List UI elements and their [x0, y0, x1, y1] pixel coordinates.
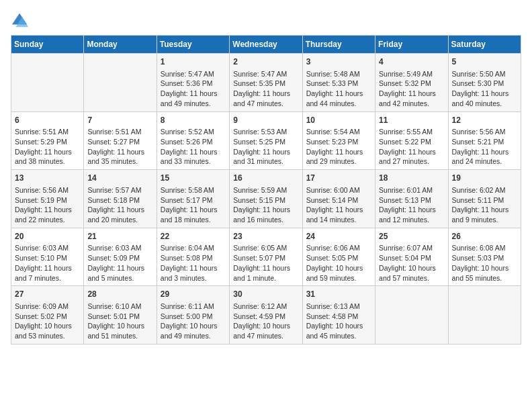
cell-content: Sunrise: 6:07 AM Sunset: 5:04 PM Dayligh… — [379, 243, 444, 283]
day-number: 4 — [379, 56, 444, 68]
calendar-cell: 3Sunrise: 5:48 AM Sunset: 5:33 PM Daylig… — [302, 54, 375, 112]
page-header — [11, 11, 521, 30]
day-header-wednesday: Wednesday — [230, 36, 302, 54]
calendar-cell: 26Sunrise: 6:08 AM Sunset: 5:03 PM Dayli… — [448, 228, 521, 286]
calendar-cell: 16Sunrise: 5:59 AM Sunset: 5:15 PM Dayli… — [230, 170, 302, 228]
day-header-monday: Monday — [84, 36, 157, 54]
week-row-1: 1Sunrise: 5:47 AM Sunset: 5:36 PM Daylig… — [11, 54, 521, 112]
calendar-cell: 9Sunrise: 5:53 AM Sunset: 5:25 PM Daylig… — [230, 111, 302, 170]
cell-content: Sunrise: 5:57 AM Sunset: 5:18 PM Dayligh… — [87, 185, 152, 225]
day-number: 6 — [15, 115, 80, 126]
cell-content: Sunrise: 5:56 AM Sunset: 5:21 PM Dayligh… — [452, 127, 517, 167]
cell-content: Sunrise: 5:54 AM Sunset: 5:23 PM Dayligh… — [306, 127, 371, 167]
cell-content: Sunrise: 5:59 AM Sunset: 5:15 PM Dayligh… — [233, 185, 298, 225]
day-number: 30 — [233, 289, 298, 300]
calendar-header-row: SundayMondayTuesdayWednesdayThursdayFrid… — [11, 36, 521, 54]
day-number: 10 — [306, 115, 371, 126]
day-number: 11 — [379, 115, 444, 126]
day-number: 19 — [452, 173, 517, 184]
calendar-table: SundayMondayTuesdayWednesdayThursdayFrid… — [11, 35, 521, 345]
cell-content: Sunrise: 5:56 AM Sunset: 5:19 PM Dayligh… — [15, 185, 80, 225]
day-number: 13 — [15, 173, 80, 184]
day-number: 24 — [306, 231, 371, 242]
day-header-tuesday: Tuesday — [157, 36, 229, 54]
calendar-cell: 14Sunrise: 5:57 AM Sunset: 5:18 PM Dayli… — [84, 170, 157, 228]
calendar-cell: 11Sunrise: 5:55 AM Sunset: 5:22 PM Dayli… — [375, 111, 448, 170]
day-number: 22 — [161, 231, 226, 242]
day-number: 26 — [452, 231, 517, 242]
week-row-3: 13Sunrise: 5:56 AM Sunset: 5:19 PM Dayli… — [11, 170, 521, 228]
day-number: 18 — [379, 173, 444, 184]
day-number: 21 — [87, 231, 152, 242]
cell-content: Sunrise: 6:05 AM Sunset: 5:07 PM Dayligh… — [233, 243, 298, 283]
day-number: 31 — [306, 289, 371, 300]
day-header-friday: Friday — [375, 36, 448, 54]
calendar-cell: 5Sunrise: 5:50 AM Sunset: 5:30 PM Daylig… — [448, 54, 521, 112]
day-number: 28 — [87, 289, 152, 300]
calendar-cell: 30Sunrise: 6:12 AM Sunset: 4:59 PM Dayli… — [230, 286, 302, 345]
calendar-cell: 12Sunrise: 5:56 AM Sunset: 5:21 PM Dayli… — [448, 111, 521, 170]
day-number: 15 — [161, 173, 226, 184]
day-header-sunday: Sunday — [11, 36, 84, 54]
calendar-cell: 2Sunrise: 5:47 AM Sunset: 5:35 PM Daylig… — [230, 54, 302, 112]
cell-content: Sunrise: 6:04 AM Sunset: 5:08 PM Dayligh… — [161, 243, 226, 283]
cell-content: Sunrise: 5:49 AM Sunset: 5:32 PM Dayligh… — [379, 69, 444, 109]
calendar-cell: 1Sunrise: 5:47 AM Sunset: 5:36 PM Daylig… — [157, 54, 229, 112]
calendar-cell: 28Sunrise: 6:10 AM Sunset: 5:01 PM Dayli… — [84, 286, 157, 345]
calendar-cell: 15Sunrise: 5:58 AM Sunset: 5:17 PM Dayli… — [157, 170, 229, 228]
day-number: 25 — [379, 231, 444, 242]
cell-content: Sunrise: 6:11 AM Sunset: 5:00 PM Dayligh… — [161, 302, 226, 341]
day-number: 3 — [306, 56, 371, 68]
calendar-cell: 25Sunrise: 6:07 AM Sunset: 5:04 PM Dayli… — [375, 228, 448, 286]
cell-content: Sunrise: 6:03 AM Sunset: 5:09 PM Dayligh… — [87, 243, 152, 283]
calendar-cell: 20Sunrise: 6:03 AM Sunset: 5:10 PM Dayli… — [11, 228, 84, 286]
calendar-cell: 7Sunrise: 5:51 AM Sunset: 5:27 PM Daylig… — [84, 111, 157, 170]
day-number: 1 — [161, 56, 226, 68]
day-number: 2 — [233, 56, 298, 68]
day-number: 5 — [452, 56, 517, 68]
cell-content: Sunrise: 6:03 AM Sunset: 5:10 PM Dayligh… — [15, 243, 80, 283]
calendar-cell: 17Sunrise: 6:00 AM Sunset: 5:14 PM Dayli… — [302, 170, 375, 228]
cell-content: Sunrise: 5:51 AM Sunset: 5:29 PM Dayligh… — [15, 127, 80, 167]
cell-content: Sunrise: 5:51 AM Sunset: 5:27 PM Dayligh… — [87, 127, 152, 167]
cell-content: Sunrise: 5:50 AM Sunset: 5:30 PM Dayligh… — [452, 69, 517, 109]
cell-content: Sunrise: 6:12 AM Sunset: 4:59 PM Dayligh… — [233, 302, 298, 341]
calendar-cell: 18Sunrise: 6:01 AM Sunset: 5:13 PM Dayli… — [375, 170, 448, 228]
calendar-cell: 8Sunrise: 5:52 AM Sunset: 5:26 PM Daylig… — [157, 111, 229, 170]
day-header-thursday: Thursday — [302, 36, 375, 54]
cell-content: Sunrise: 5:55 AM Sunset: 5:22 PM Dayligh… — [379, 127, 444, 167]
cell-content: Sunrise: 5:48 AM Sunset: 5:33 PM Dayligh… — [306, 69, 371, 109]
calendar-cell: 6Sunrise: 5:51 AM Sunset: 5:29 PM Daylig… — [11, 111, 84, 170]
calendar-cell: 31Sunrise: 6:13 AM Sunset: 4:58 PM Dayli… — [302, 286, 375, 345]
logo-icon — [11, 11, 30, 30]
calendar-cell: 27Sunrise: 6:09 AM Sunset: 5:02 PM Dayli… — [11, 286, 84, 345]
day-number: 27 — [15, 289, 80, 300]
cell-content: Sunrise: 6:08 AM Sunset: 5:03 PM Dayligh… — [452, 243, 517, 283]
calendar-cell: 21Sunrise: 6:03 AM Sunset: 5:09 PM Dayli… — [84, 228, 157, 286]
day-header-saturday: Saturday — [448, 36, 521, 54]
day-number: 8 — [161, 115, 226, 126]
cell-content: Sunrise: 6:13 AM Sunset: 4:58 PM Dayligh… — [306, 302, 371, 341]
day-number: 7 — [87, 115, 152, 126]
calendar-cell — [375, 286, 448, 345]
day-number: 16 — [233, 173, 298, 184]
calendar-cell: 29Sunrise: 6:11 AM Sunset: 5:00 PM Dayli… — [157, 286, 229, 345]
cell-content: Sunrise: 6:09 AM Sunset: 5:02 PM Dayligh… — [15, 302, 80, 341]
cell-content: Sunrise: 5:47 AM Sunset: 5:35 PM Dayligh… — [233, 69, 298, 109]
cell-content: Sunrise: 6:02 AM Sunset: 5:11 PM Dayligh… — [452, 185, 517, 225]
logo — [11, 11, 32, 30]
calendar-cell: 10Sunrise: 5:54 AM Sunset: 5:23 PM Dayli… — [302, 111, 375, 170]
day-number: 17 — [306, 173, 371, 184]
calendar-cell: 24Sunrise: 6:06 AM Sunset: 5:05 PM Dayli… — [302, 228, 375, 286]
calendar-cell: 19Sunrise: 6:02 AM Sunset: 5:11 PM Dayli… — [448, 170, 521, 228]
week-row-5: 27Sunrise: 6:09 AM Sunset: 5:02 PM Dayli… — [11, 286, 521, 345]
week-row-4: 20Sunrise: 6:03 AM Sunset: 5:10 PM Dayli… — [11, 228, 521, 286]
calendar-cell: 4Sunrise: 5:49 AM Sunset: 5:32 PM Daylig… — [375, 54, 448, 112]
cell-content: Sunrise: 6:06 AM Sunset: 5:05 PM Dayligh… — [306, 243, 371, 283]
calendar-cell — [84, 54, 157, 112]
cell-content: Sunrise: 5:47 AM Sunset: 5:36 PM Dayligh… — [161, 69, 226, 109]
day-number: 12 — [452, 115, 517, 126]
day-number: 14 — [87, 173, 152, 184]
cell-content: Sunrise: 5:58 AM Sunset: 5:17 PM Dayligh… — [161, 185, 226, 225]
week-row-2: 6Sunrise: 5:51 AM Sunset: 5:29 PM Daylig… — [11, 111, 521, 170]
